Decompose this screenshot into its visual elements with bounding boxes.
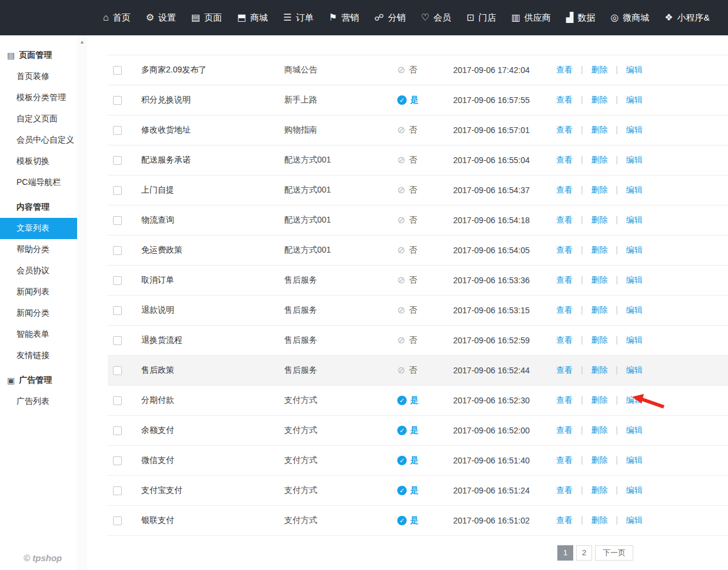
sidebar-item-广告列表[interactable]: 广告列表 — [0, 391, 77, 412]
edit-link[interactable]: 编辑 — [626, 485, 643, 495]
nav-item-分销[interactable]: ☍ 分销 — [367, 0, 413, 35]
delete-link[interactable]: 删除 — [591, 275, 607, 284]
view-link[interactable]: 查看 — [556, 395, 573, 405]
delete-link[interactable]: 删除 — [591, 65, 607, 74]
row-checkbox[interactable] — [113, 276, 122, 285]
nav-item-设置[interactable]: ⚙ 设置 — [138, 0, 184, 35]
nav-item-小程序&[interactable]: ❖ 小程序& — [657, 0, 717, 35]
nav-item-微商城[interactable]: ◎ 微商城 — [603, 0, 657, 35]
row-checkbox[interactable] — [113, 246, 122, 255]
delete-link[interactable]: 删除 — [591, 155, 607, 164]
scroll-up-icon[interactable]: ▲ — [77, 35, 87, 45]
sidebar-item-模板切换[interactable]: 模板切换 — [0, 151, 77, 172]
nav-item-门店[interactable]: ⊡ 门店 — [459, 0, 504, 35]
nav-item-数据[interactable]: ▟ 数据 — [559, 0, 603, 35]
edit-link[interactable]: 编辑 — [626, 305, 643, 314]
edit-link[interactable]: 编辑 — [626, 425, 643, 435]
view-link[interactable]: 查看 — [556, 305, 573, 314]
row-checkbox[interactable] — [113, 216, 122, 225]
view-link[interactable]: 查看 — [556, 365, 573, 375]
view-link[interactable]: 查看 — [556, 215, 573, 224]
edit-link[interactable]: 编辑 — [626, 275, 643, 284]
nav-item-商城[interactable]: ⬒ 商城 — [230, 0, 275, 35]
delete-link[interactable]: 删除 — [591, 305, 607, 314]
view-link[interactable]: 查看 — [556, 455, 573, 465]
sidebar-item-新闻列表[interactable]: 新闻列表 — [0, 281, 77, 303]
sidebar-item-首页装修[interactable]: 首页装修 — [0, 66, 77, 87]
delete-link[interactable]: 删除 — [591, 245, 607, 254]
row-checkbox[interactable] — [113, 396, 122, 405]
delete-link[interactable]: 删除 — [591, 185, 607, 194]
edit-link[interactable]: 编辑 — [626, 515, 643, 525]
view-link[interactable]: 查看 — [556, 245, 573, 254]
delete-link[interactable]: 删除 — [591, 95, 607, 104]
sidebar-item-文章列表[interactable]: 文章列表 — [0, 218, 77, 239]
next-page-button[interactable]: 下一页 — [595, 545, 633, 561]
view-link[interactable]: 查看 — [556, 65, 573, 74]
row-checkbox[interactable] — [113, 306, 122, 315]
nav-item-供应商[interactable]: ▥ 供应商 — [504, 0, 559, 35]
row-checkbox[interactable] — [113, 186, 122, 195]
sidebar-scrollbar[interactable]: ▲ — [77, 35, 87, 570]
sidebar-item-友情链接[interactable]: 友情链接 — [0, 345, 77, 366]
row-checkbox[interactable] — [113, 516, 122, 525]
row-checkbox[interactable] — [113, 486, 122, 495]
row-checkbox[interactable] — [113, 156, 122, 165]
edit-link[interactable]: 编辑 — [626, 155, 643, 164]
nav-item-页面[interactable]: ▤ 页面 — [184, 0, 230, 35]
delete-link[interactable]: 删除 — [591, 335, 607, 344]
sidebar-item-会员中心自定义[interactable]: 会员中心自定义 — [0, 130, 77, 151]
page-button-1[interactable]: 1 — [557, 545, 573, 561]
row-checkbox[interactable] — [113, 96, 122, 105]
sidebar-item-新闻分类[interactable]: 新闻分类 — [0, 303, 77, 324]
edit-link[interactable]: 编辑 — [626, 335, 643, 344]
delete-link[interactable]: 删除 — [591, 485, 607, 495]
sidebar-section-title: 页面管理 — [19, 50, 52, 61]
view-link[interactable]: 查看 — [556, 275, 573, 284]
view-link[interactable]: 查看 — [556, 515, 573, 525]
view-link[interactable]: 查看 — [556, 335, 573, 344]
table-row: 物流查询 配送方式001 ⊘ 否 2017-09-06 16:54:18 查看 … — [108, 206, 728, 236]
view-link[interactable]: 查看 — [556, 425, 573, 435]
article-title: 多商家2.09发布了 — [141, 65, 284, 75]
sidebar-item-模板分类管理[interactable]: 模板分类管理 — [0, 87, 77, 108]
view-link[interactable]: 查看 — [556, 95, 573, 104]
sidebar-item-帮助分类[interactable]: 帮助分类 — [0, 239, 77, 260]
delete-link[interactable]: 删除 — [591, 125, 607, 134]
sidebar-item-自定义页面[interactable]: 自定义页面 — [0, 108, 77, 130]
delete-link[interactable]: 删除 — [591, 365, 607, 375]
delete-link[interactable]: 删除 — [591, 215, 607, 224]
nav-item-首页[interactable]: ⌂ 首页 — [95, 0, 138, 35]
view-link[interactable]: 查看 — [556, 485, 573, 495]
row-checkbox[interactable] — [113, 426, 122, 435]
delete-link[interactable]: 删除 — [591, 425, 607, 435]
delete-link[interactable]: 删除 — [591, 515, 607, 525]
row-checkbox[interactable] — [113, 126, 122, 135]
edit-link[interactable]: 编辑 — [626, 65, 643, 74]
view-link[interactable]: 查看 — [556, 155, 573, 164]
row-checkbox[interactable] — [113, 456, 122, 465]
delete-link[interactable]: 删除 — [591, 455, 607, 465]
edit-link[interactable]: 编辑 — [626, 185, 643, 194]
edit-link[interactable]: 编辑 — [626, 245, 643, 254]
page-button-2[interactable]: 2 — [576, 545, 592, 561]
sidebar-item-智能表单[interactable]: 智能表单 — [0, 324, 77, 345]
edit-link[interactable]: 编辑 — [626, 455, 643, 465]
row-checkbox[interactable] — [113, 66, 122, 75]
nav-item-会员[interactable]: ♡ 会员 — [413, 0, 458, 35]
view-link[interactable]: 查看 — [556, 125, 573, 134]
sidebar-item-会员协议[interactable]: 会员协议 — [0, 260, 77, 281]
nav-item-订单[interactable]: ☰ 订单 — [275, 0, 321, 35]
row-checkbox[interactable] — [113, 366, 122, 375]
edit-link[interactable]: 编辑 — [626, 125, 643, 134]
edit-link[interactable]: 编辑 — [626, 215, 643, 224]
view-link[interactable]: 查看 — [556, 185, 573, 194]
edit-link[interactable]: 编辑 — [626, 95, 643, 104]
edit-link[interactable]: 编辑 — [626, 365, 643, 375]
delete-link[interactable]: 删除 — [591, 395, 607, 405]
sidebar-item-PC端导航栏[interactable]: PC端导航栏 — [0, 172, 77, 193]
status-label: 否 — [408, 275, 417, 286]
nav-item-营销[interactable]: ⚑ 营销 — [321, 0, 367, 35]
status-badge: ⊘ 否 — [397, 185, 453, 195]
row-checkbox[interactable] — [113, 336, 122, 345]
